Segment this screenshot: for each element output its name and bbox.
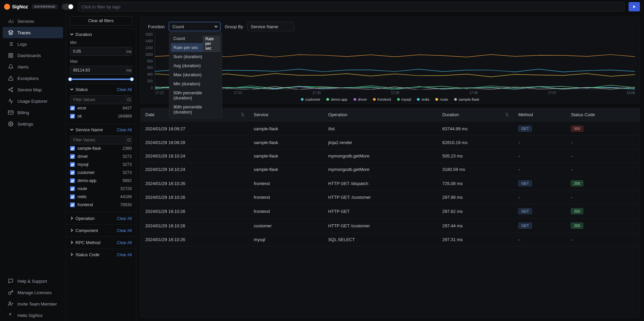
sidebar-item-traces[interactable]: Traces <box>3 27 63 38</box>
table-row[interactable]: 2024/01/29 18:10:26 customer HTTP GET /c… <box>141 219 640 233</box>
filter-title: Component <box>75 228 98 233</box>
max-input[interactable] <box>70 66 126 75</box>
th-duration[interactable]: Duration⇅ <box>438 108 514 122</box>
group-by-value: Service Name <box>251 24 278 29</box>
legend-dot-icon <box>435 98 438 101</box>
filter-check-row[interactable]: error8437 <box>70 104 132 112</box>
app-logo[interactable]: SigNoz <box>4 4 28 10</box>
function-select[interactable]: Count CountRate per secSum (duration)Avg… <box>169 22 221 31</box>
cell-service: frontend <box>249 204 324 219</box>
method-badge: GET <box>518 180 532 186</box>
clear-all-link[interactable]: Clear All <box>117 87 132 92</box>
cell-operation: mymongodb.getMore <box>323 163 437 176</box>
cell-service: frontend <box>249 176 324 191</box>
cell-date: 2024/01/29 18:09:27 <box>141 122 249 136</box>
legend-item[interactable]: route <box>435 97 448 101</box>
legend-item[interactable]: sample-flask <box>454 97 479 101</box>
sidebar-item-logs[interactable]: Logs <box>3 38 63 50</box>
sidebar-item-services[interactable]: Services <box>3 15 63 27</box>
checkbox-icon <box>70 170 75 175</box>
legend-item[interactable]: driver <box>354 97 367 101</box>
clear-all-link[interactable]: Clear All <box>117 128 132 132</box>
sidebar-item-alerts[interactable]: Alerts <box>3 61 63 73</box>
sidebar-item-hello[interactable]: Hello SigNoz <box>3 310 63 321</box>
filter-check-row[interactable]: redis44186 <box>70 193 132 201</box>
duration-slider[interactable] <box>70 79 132 80</box>
filter-header[interactable]: RPC MethodClear All <box>70 240 132 245</box>
sidebar-item-licenses[interactable]: Manage Licenses <box>3 287 63 298</box>
legend-item[interactable]: frontend <box>373 97 391 101</box>
filter-header-service-name[interactable]: Service Name Clear All <box>70 127 132 132</box>
legend-item[interactable]: mysql <box>397 97 411 101</box>
dropdown-item[interactable]: Min (duration) <box>171 79 220 88</box>
filter-check-row[interactable]: sample-flask2380 <box>70 144 132 152</box>
filter-check-row[interactable]: ok164889 <box>70 112 132 120</box>
dropdown-item[interactable]: Sum (duration) <box>171 52 220 61</box>
clear-all-link[interactable]: Clear All <box>117 240 132 245</box>
tag-filter-input[interactable]: Click to filter by tags <box>78 2 625 11</box>
filter-header[interactable]: ComponentClear All <box>70 228 132 233</box>
status-filter-input[interactable] <box>70 95 126 104</box>
group-by-select[interactable]: Service Name <box>247 22 294 31</box>
chart-plot[interactable] <box>155 33 635 90</box>
legend-dot-icon <box>326 98 329 101</box>
table-row[interactable]: 2024/01/29 18:10:24 sample-flask mymongo… <box>141 163 640 176</box>
theme-toggle[interactable] <box>62 4 74 10</box>
filter-header[interactable]: Status CodeClear All <box>70 252 132 257</box>
sidebar-item-usage-explorer[interactable]: Usage Explorer <box>3 95 63 107</box>
sidebar-item-exceptions[interactable]: Exceptions <box>3 73 63 84</box>
sidebar-item-service-map[interactable]: Service Map <box>3 84 63 95</box>
filter-item-count: 5692 <box>122 178 132 183</box>
checkbox-icon <box>70 114 75 119</box>
dropdown-item[interactable]: 90th percentile (duration) <box>171 102 220 117</box>
filter-check-row[interactable]: frontend78530 <box>70 201 132 209</box>
filter-header-duration[interactable]: Duration <box>70 32 132 37</box>
table-row[interactable]: 2024/01/29 18:10:26 mysql SQL SELECT 297… <box>141 233 640 246</box>
filter-check-row[interactable]: mysql3273 <box>70 160 132 169</box>
status-search-button[interactable] <box>126 95 132 104</box>
chevron-down-icon <box>70 87 73 92</box>
clear-all-link[interactable]: Clear All <box>117 253 132 257</box>
filter-check-row[interactable]: route32720 <box>70 185 132 193</box>
filter-check-row[interactable]: driver3272 <box>70 152 132 160</box>
clear-all-link[interactable]: Clear All <box>117 228 132 233</box>
dropdown-item[interactable]: Max (duration) <box>171 70 220 79</box>
clear-all-filters-button[interactable]: Clear all filters <box>69 16 132 26</box>
sidebar-item-settings[interactable]: Settings <box>3 118 63 130</box>
table-row[interactable]: 2024/01/29 18:10:26 frontend HTTP GET 29… <box>141 204 640 219</box>
legend-item[interactable]: redis <box>417 97 429 101</box>
sidebar-item-invite[interactable]: Invite Team Member <box>3 298 63 310</box>
table-row[interactable]: 2024/01/29 18:10:26 frontend HTTP GET: /… <box>141 191 640 204</box>
legend-item[interactable]: demo-app <box>326 97 347 101</box>
table-row[interactable]: 2024/01/29 18:10:26 frontend HTTP GET /d… <box>141 176 640 191</box>
table-row[interactable]: 2024/01/29 18:09:28 sample-flask jinja2.… <box>141 136 640 149</box>
search-icon <box>127 138 131 142</box>
sidebar-item-billing[interactable]: Billing <box>3 107 63 118</box>
slider-thumb-min[interactable] <box>68 77 72 81</box>
sidebar: Services Traces Logs Dashboards Alerts E… <box>0 13 66 321</box>
filter-check-row[interactable]: customer3273 <box>70 169 132 177</box>
table-row[interactable]: 2024/01/29 18:09:27 sample-flask /list 6… <box>141 122 640 136</box>
filter-header[interactable]: OperationClear All <box>70 216 132 221</box>
service-search-button[interactable] <box>126 136 132 144</box>
slider-thumb-max[interactable] <box>130 77 134 81</box>
cell-date: 2024/01/29 18:10:24 <box>141 149 249 163</box>
checkbox-icon <box>70 162 75 167</box>
service-filter-input[interactable] <box>70 136 126 144</box>
min-input[interactable] <box>70 47 126 56</box>
legend-item[interactable]: customer <box>301 97 320 101</box>
cell-operation: mymongodb.getMore <box>323 149 437 163</box>
clear-all-link[interactable]: Clear All <box>117 216 132 221</box>
sidebar-item-help[interactable]: Help & Support <box>3 275 63 287</box>
dropdown-item[interactable]: 50th percentile (duration) <box>171 88 220 102</box>
filter-item-label: mysql <box>77 162 89 167</box>
filter-header-status[interactable]: Status Clear All <box>70 87 132 92</box>
table-row[interactable]: 2024/01/29 18:10:24 sample-flask mymongo… <box>141 149 640 163</box>
sidebar-item-dashboards[interactable]: Dashboards <box>3 50 63 61</box>
filter-check-row[interactable]: demo-app5692 <box>70 177 132 185</box>
run-button[interactable] <box>629 2 640 11</box>
dropdown-item[interactable]: Avg (duration) <box>171 61 220 70</box>
play-icon <box>632 5 636 9</box>
function-label: Function <box>148 24 165 29</box>
cell-date: 2024/01/29 18:10:26 <box>141 176 249 191</box>
